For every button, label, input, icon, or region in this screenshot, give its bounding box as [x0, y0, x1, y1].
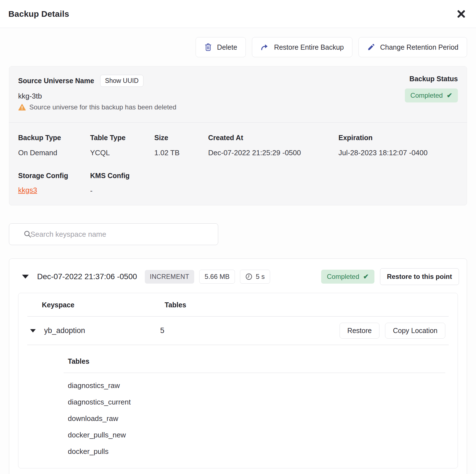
- tables-list: diagnostics_raw diagnostics_current down…: [64, 373, 445, 468]
- field-backup-type: Backup Type On Demand: [18, 134, 90, 157]
- check-icon: ✔: [447, 92, 452, 99]
- chevron-down-icon: [30, 329, 36, 332]
- change-retention-label: Change Retention Period: [380, 43, 458, 51]
- search-input[interactable]: [9, 223, 218, 245]
- trash-icon: [204, 43, 212, 51]
- chevron-down-icon: [22, 275, 29, 279]
- backup-status-value: Completed: [410, 92, 443, 99]
- clock-icon: [245, 273, 253, 280]
- increment-duration-value: 5 s: [256, 273, 265, 281]
- restore-entire-backup-button[interactable]: Restore Entire Backup: [252, 37, 352, 57]
- keyspace-expand-button[interactable]: [28, 327, 37, 334]
- increment-size-badge: 5.66 MB: [199, 270, 235, 284]
- field-value: Dec-07-2022 21:25:29 -0500: [208, 149, 338, 157]
- field-size: Size 1.02 TB: [154, 134, 208, 157]
- increment-timestamp: Dec-07-2022 21:37:06 -0500: [37, 272, 137, 281]
- table-name-item: docker_pulls: [64, 443, 445, 460]
- table-name-item: diagnostics_current: [64, 394, 445, 410]
- field-value: Jul-28-2023 18:12:07 -0400: [338, 149, 458, 157]
- keyspace-name: yb_adoption: [44, 326, 160, 335]
- page-title: Backup Details: [8, 9, 69, 19]
- increment-status-value: Completed: [327, 273, 359, 281]
- close-icon: [456, 9, 466, 19]
- increment-status-badge: Completed ✔: [321, 270, 374, 284]
- universe-warning-text: Source universe for this backup has been…: [29, 103, 176, 111]
- backup-status-label: Backup Status: [409, 75, 458, 83]
- field-label: Backup Type: [18, 134, 90, 142]
- table-name-item: downloads_raw: [64, 410, 445, 427]
- column-header-tables: Tables: [165, 301, 186, 309]
- keyspace-table-header: Keyspace Tables: [18, 293, 458, 316]
- table-name-item: diagnostics_raw: [64, 377, 445, 394]
- increment-expand-button[interactable]: [20, 273, 30, 280]
- keyspace-table-count: 5: [160, 326, 164, 335]
- storage-config-link[interactable]: kkgs3: [18, 186, 37, 194]
- field-label: Storage Config: [18, 172, 90, 180]
- field-kms-config: KMS Config -: [90, 172, 458, 195]
- close-button[interactable]: [455, 8, 468, 20]
- backup-status-badge: Completed ✔: [405, 88, 458, 102]
- field-expiration: Expiration Jul-28-2023 18:12:07 -0400: [338, 134, 458, 157]
- tables-subheader: Tables: [64, 357, 445, 365]
- increment-type-badge: INCREMENT: [145, 270, 194, 284]
- restore-arrow-icon: [261, 43, 269, 51]
- increment-card: Dec-07-2022 21:37:06 -0500 INCREMENT 5.6…: [9, 258, 467, 474]
- field-value: On Demand: [18, 149, 90, 157]
- field-created-at: Created At Dec-07-2022 21:25:29 -0500: [208, 134, 338, 157]
- field-value: -: [90, 186, 458, 195]
- actions-toolbar: Delete Restore Entire Backup Change Rete…: [9, 37, 467, 57]
- modal-header: Backup Details: [0, 0, 476, 28]
- restore-entire-backup-label: Restore Entire Backup: [274, 43, 344, 51]
- backup-summary-panel: Source Universe Name Show UUID kkg-3tb S…: [9, 66, 467, 205]
- show-uuid-button[interactable]: Show UUID: [100, 75, 143, 87]
- source-universe-label: Source Universe Name: [18, 77, 94, 85]
- increment-duration-badge: 5 s: [240, 270, 270, 284]
- copy-location-button[interactable]: Copy Location: [385, 323, 445, 339]
- field-label: Created At: [208, 134, 338, 142]
- field-storage-config: Storage Config kkgs3: [18, 172, 90, 195]
- warning-icon: [18, 104, 26, 111]
- field-label: Expiration: [338, 134, 458, 142]
- keyspace-search: [9, 223, 218, 245]
- field-value: YCQL: [90, 149, 154, 157]
- column-header-keyspace: Keyspace: [42, 301, 165, 309]
- restore-to-this-point-button[interactable]: Restore to this point: [380, 268, 459, 285]
- delete-button-label: Delete: [217, 43, 237, 51]
- field-table-type: Table Type YCQL: [90, 134, 154, 157]
- change-retention-button[interactable]: Change Retention Period: [359, 37, 467, 57]
- restore-button[interactable]: Restore: [340, 323, 380, 339]
- universe-name: kkg-3tb: [18, 92, 176, 100]
- check-icon: ✔: [363, 273, 369, 281]
- field-value: 1.02 TB: [154, 149, 208, 157]
- keyspace-table-card: Keyspace Tables yb_adoption 5 Restore Co…: [18, 293, 458, 468]
- field-label: Table Type: [90, 134, 154, 142]
- backup-details-modal: Backup Details Delete: [0, 0, 476, 474]
- pencil-icon: [367, 43, 375, 51]
- keyspace-row: yb_adoption 5 Restore Copy Location: [18, 317, 458, 345]
- table-name-item: docker_pulls_new: [64, 427, 445, 443]
- field-label: KMS Config: [90, 172, 458, 180]
- tables-subsection: Tables diagnostics_raw diagnostics_curre…: [64, 345, 445, 468]
- delete-button[interactable]: Delete: [196, 37, 246, 57]
- field-label: Size: [154, 134, 208, 142]
